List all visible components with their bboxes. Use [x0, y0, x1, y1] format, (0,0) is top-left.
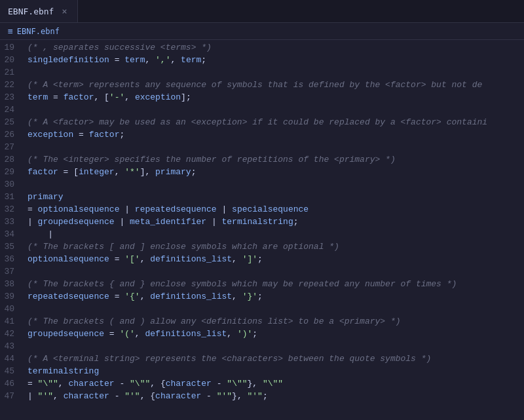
token-punctuation: ;	[201, 55, 206, 65]
token-identifier: repeatedsequence	[135, 204, 217, 214]
line-number: 25	[0, 116, 28, 128]
line-code: (* A <term> represents any sequence of s…	[28, 79, 524, 91]
token-identifier: groupedsequence	[28, 329, 104, 339]
token-comment: (* , separates successive <terms> *)	[28, 43, 212, 52]
line: 30	[0, 178, 524, 191]
token-punctuation: ,	[232, 254, 242, 264]
token-identifier: character	[155, 391, 201, 401]
token-operator: -	[201, 391, 216, 401]
token-operator: |	[115, 217, 130, 227]
line-number: 23	[0, 91, 28, 104]
line-code: (* The brackets { and } enclose symbols …	[28, 278, 524, 290]
line-number: 29	[0, 166, 28, 178]
token-operator: |	[119, 204, 134, 214]
token-operator: =	[58, 167, 73, 177]
token-string: "\""	[130, 379, 150, 389]
line-number: 26	[0, 128, 28, 141]
token-string: ','	[155, 55, 170, 65]
token-comment: (* The <integer> specifies the number of…	[28, 155, 396, 164]
token-string: "\""	[38, 379, 58, 389]
token-punctuation: ,	[140, 254, 151, 264]
token-operator: |	[28, 217, 38, 227]
line-number: 39	[0, 290, 28, 303]
line: 26exception = factor;	[0, 128, 524, 141]
token-punctuation: ;	[257, 254, 263, 264]
line: 41(* The brackets ( and ) allow any <def…	[0, 315, 524, 328]
breadcrumb-path: EBNF.ebnf	[17, 27, 60, 36]
token-comment: (* The brackets [ and ] enclose symbols …	[28, 242, 339, 252]
token-punctuation: ;	[119, 130, 124, 140]
token-punctuation: },	[232, 391, 247, 401]
token-comment: (* The brackets { and } enclose symbols …	[28, 279, 457, 289]
token-identifier: definitions_list	[145, 329, 227, 339]
line-number: 42	[0, 328, 28, 340]
token-identifier: factor	[64, 92, 94, 102]
line-number: 32	[0, 203, 28, 216]
token-string: ')'	[237, 329, 252, 339]
token-string: '-'	[109, 92, 124, 102]
token-operator: =	[73, 130, 88, 140]
token-punctuation: [	[104, 92, 109, 102]
token-operator: =	[48, 92, 63, 102]
line-code	[28, 141, 524, 153]
line-code: | groupedsequence | meta_identifier | te…	[28, 216, 524, 228]
token-punctuation: ,	[140, 292, 151, 301]
token-operator: =	[109, 55, 124, 65]
line: 25(* A <factor> may be used as an <excep…	[0, 116, 524, 128]
line-code: factor = [integer, '*'], primary;	[28, 166, 524, 178]
token-identifier: specialsequence	[232, 204, 309, 214]
line-code: terminalstring	[28, 365, 524, 377]
token-punctuation: ,	[140, 391, 151, 401]
line: 31primary	[0, 191, 524, 203]
token-operator: |	[217, 204, 232, 214]
line-number: 46	[0, 377, 28, 390]
line-code: (* The brackets ( and ) allow any <defin…	[28, 315, 524, 328]
line-number: 47	[0, 390, 28, 402]
token-punctuation: [	[73, 167, 79, 177]
token-operator: =	[28, 379, 38, 389]
token-punctuation: ;	[191, 167, 196, 177]
line-number: 34	[0, 228, 28, 240]
token-operator: =	[109, 292, 124, 301]
line-code	[28, 303, 524, 315]
line-code: = "\"", character - "\"", {character - "…	[28, 377, 524, 390]
tab-close-button[interactable]: ×	[59, 6, 69, 16]
token-identifier: exception	[28, 130, 73, 140]
token-operator: =	[109, 254, 124, 264]
token-punctuation: ,	[94, 92, 104, 102]
line-code: |	[28, 228, 524, 240]
token-punctuation: ;	[257, 292, 263, 301]
line-number: 40	[0, 303, 28, 315]
line-number: 45	[0, 365, 28, 377]
token-comment: (* A <factor> may be used as an <excepti…	[28, 117, 487, 127]
token-identifier: definitions_list	[150, 254, 232, 264]
line: 22(* A <term> represents any sequence of…	[0, 79, 524, 91]
token-identifier: term	[181, 55, 201, 65]
line-code	[28, 104, 524, 116]
token-punctuation: ,	[58, 379, 69, 389]
line-number: 21	[0, 66, 28, 79]
token-string: "'"	[248, 391, 263, 401]
token-identifier: factor	[28, 167, 58, 177]
line: 38(* The brackets { and } enclose symbol…	[0, 278, 524, 290]
token-operator: -	[212, 379, 227, 389]
token-identifier: primary	[155, 167, 191, 177]
line: 24	[0, 104, 524, 116]
line: 32= optionalsequence | repeatedsequence …	[0, 203, 524, 216]
line-number: 38	[0, 278, 28, 290]
line: 19(* , separates successive <terms> *)	[0, 41, 524, 54]
line: 34 |	[0, 228, 524, 240]
line-code: term = factor, ['-', exception];	[28, 91, 524, 104]
token-punctuation: ,	[53, 391, 64, 401]
token-operator: =	[104, 329, 119, 339]
line: 43	[0, 340, 524, 353]
token-identifier: meta_identifier	[130, 217, 206, 227]
line-code: (* A <factor> may be used as an <excepti…	[28, 116, 524, 128]
token-punctuation: ;	[293, 217, 299, 227]
editor-area: 19(* , separates successive <terms> *)20…	[0, 40, 524, 420]
token-identifier: singledefinition	[28, 55, 109, 65]
token-punctuation: ,	[150, 379, 160, 389]
token-punctuation: ,	[135, 329, 145, 339]
line: 21	[0, 66, 524, 79]
tab-ebnf[interactable]: EBNF.ebnf ×	[0, 0, 78, 22]
